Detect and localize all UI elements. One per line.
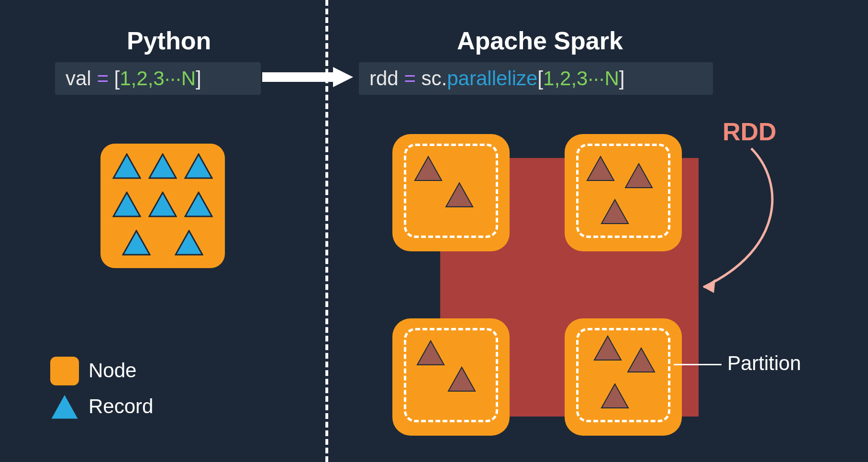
code-dot: .: [442, 67, 447, 90]
legend-record-label: Record: [89, 395, 153, 418]
legend-node-label: Node: [89, 359, 136, 382]
record-icon: [112, 192, 141, 217]
code-close-bracket: ]: [619, 67, 625, 90]
rdd-arrow-icon: [689, 144, 790, 302]
python-code-block: val = [1,2,3···N]: [55, 62, 261, 95]
svg-marker-12: [601, 200, 628, 224]
svg-marker-0: [113, 154, 140, 178]
code-vals: 1,2,3···N: [120, 67, 196, 90]
record-icon: [112, 153, 141, 179]
record-icon: [601, 383, 629, 409]
code-open-bracket: [: [537, 67, 543, 90]
record-icon: [601, 199, 629, 225]
svg-marker-19: [50, 394, 79, 419]
svg-marker-2: [185, 154, 212, 178]
record-icon: [624, 163, 653, 189]
spark-title: Apache Spark: [457, 26, 623, 55]
record-icon: [586, 156, 615, 181]
svg-marker-13: [417, 341, 444, 365]
record-icon: [414, 156, 443, 181]
svg-marker-8: [415, 157, 442, 180]
code-var: rdd: [369, 67, 399, 90]
code-equals: =: [404, 67, 416, 90]
svg-marker-6: [123, 231, 150, 255]
svg-marker-16: [628, 348, 655, 372]
rdd-label: RDD: [723, 117, 777, 146]
arrow-icon: [262, 67, 353, 87]
svg-marker-7: [176, 231, 202, 255]
record-icon: [416, 340, 445, 366]
code-equals: =: [97, 67, 109, 90]
record-icon: [148, 153, 177, 179]
svg-marker-11: [625, 164, 652, 188]
spark-code-block: rdd = sc.parallelize[1,2,3···N]: [359, 62, 713, 95]
code-obj: sc: [422, 67, 442, 90]
record-icon: [175, 230, 203, 256]
record-icon: [627, 347, 656, 373]
record-icon: [445, 182, 474, 208]
code-func: parallelize: [447, 67, 537, 90]
legend-node-swatch: [50, 357, 79, 385]
record-icon: [447, 366, 476, 392]
svg-marker-15: [594, 336, 621, 360]
code-var: val: [66, 67, 91, 90]
code-close-bracket: ]: [196, 67, 201, 90]
code-open-bracket: [: [114, 67, 120, 90]
svg-marker-17: [601, 384, 628, 408]
svg-marker-18: [703, 279, 715, 293]
python-title: Python: [127, 26, 211, 55]
legend-record-swatch: [49, 393, 80, 420]
svg-marker-14: [448, 367, 475, 391]
svg-marker-10: [587, 157, 614, 180]
svg-marker-3: [113, 192, 140, 216]
partition-label: Partition: [727, 352, 801, 375]
svg-marker-9: [446, 183, 473, 207]
record-icon: [593, 335, 622, 361]
svg-marker-4: [149, 192, 176, 216]
record-icon: [184, 192, 213, 217]
record-icon: [122, 230, 151, 256]
partition-line: [674, 364, 722, 365]
record-icon: [148, 192, 177, 217]
code-vals: 1,2,3···N: [543, 67, 619, 90]
svg-marker-1: [149, 154, 176, 178]
svg-marker-5: [185, 192, 212, 216]
record-icon: [184, 153, 213, 179]
